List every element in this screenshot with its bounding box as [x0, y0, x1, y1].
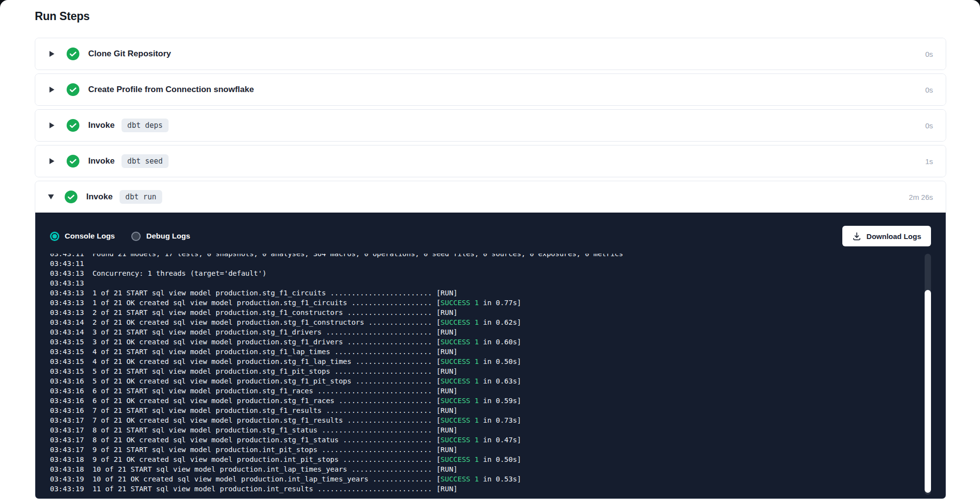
log-line: 03:43:14 3 of 21 START sql view model pr…	[50, 327, 931, 337]
run-step-dbt-deps: Invoke dbt deps 0s	[35, 109, 946, 142]
log-timestamp: 03:43:17	[50, 436, 84, 444]
caret-right-icon[interactable]	[49, 51, 54, 57]
log-timestamp: 03:43:13	[50, 279, 84, 287]
tab-console-logs[interactable]: Console Logs	[50, 232, 115, 241]
log-line: 03:43:13 1 of 21 OK created sql view mod…	[50, 298, 931, 308]
log-text: in 0.47s]	[479, 436, 521, 444]
run-step-header[interactable]: Clone Git Repository 0s	[35, 38, 946, 70]
caret-right-icon[interactable]	[49, 158, 54, 164]
log-scrollbar-thumb[interactable]	[925, 290, 931, 493]
log-line: 03:43:19 10 of 21 OK created sql view mo…	[50, 474, 931, 484]
log-line: 03:43:15 5 of 21 START sql view model pr…	[50, 366, 931, 376]
tab-debug-logs[interactable]: Debug Logs	[131, 232, 190, 241]
log-text: RUN]	[441, 289, 458, 297]
log-text: RUN]	[441, 387, 458, 395]
log-line: 03:43:16 5 of 21 OK created sql view mod…	[50, 376, 931, 386]
log-text: 2 of 21 START sql view model production.…	[84, 309, 441, 316]
log-lines: 03:43:11 Found 21 models, 17 tests, 0 sn…	[50, 254, 931, 494]
log-timestamp: 03:43:14	[50, 318, 84, 326]
run-steps-page: Run Steps Clone Git Repository 0s Create…	[0, 0, 980, 504]
run-step-header[interactable]: Invoke dbt run 2m 26s	[35, 181, 946, 213]
log-text: 6 of 21 START sql view model production.…	[84, 387, 441, 395]
run-step-header[interactable]: Invoke dbt seed 1s	[35, 145, 946, 177]
log-line: 03:43:17 8 of 21 START sql view model pr…	[50, 425, 931, 435]
log-timestamp: 03:43:13	[50, 269, 84, 277]
caret-right-icon[interactable]	[49, 87, 54, 93]
log-text: 7 of 21 START sql view model production.…	[84, 407, 441, 414]
log-text: in 0.77s]	[479, 299, 521, 307]
log-text: RUN]	[441, 465, 458, 473]
log-line: 03:43:18 10 of 21 START sql view model p…	[50, 464, 931, 474]
download-logs-label: Download Logs	[866, 232, 921, 240]
log-text: in 0.53s]	[479, 475, 521, 483]
log-status-success: SUCCESS 1	[441, 299, 479, 307]
check-circle-icon	[67, 83, 79, 96]
log-text: 1 of 21 START sql view model production.…	[84, 289, 441, 297]
log-text: 3 of 21 START sql view model production.…	[84, 328, 441, 336]
log-text: in 0.60s]	[479, 338, 521, 346]
log-text: 9 of 21 OK created sql view model produc…	[84, 456, 441, 463]
log-text: 8 of 21 OK created sql view model produc…	[84, 436, 441, 444]
log-timestamp: 03:43:18	[50, 456, 84, 463]
log-line: 03:43:19 11 of 21 START sql view model p…	[50, 484, 931, 494]
log-text: in 0.50s]	[479, 358, 521, 365]
log-line: 03:43:11 Found 21 models, 17 tests, 0 sn…	[50, 254, 931, 259]
log-line: 03:43:16 7 of 21 START sql view model pr…	[50, 406, 931, 415]
log-text: RUN]	[441, 485, 458, 493]
log-line: 03:43:17 8 of 21 OK created sql view mod…	[50, 435, 931, 445]
log-text: in 0.63s]	[479, 377, 521, 385]
step-label: Clone Git Repository	[88, 49, 171, 59]
run-step-header[interactable]: Invoke dbt deps 0s	[35, 110, 946, 141]
log-status-success: SUCCESS 1	[441, 377, 479, 385]
run-step-clone-git: Clone Git Repository 0s	[35, 38, 946, 70]
console-log-output[interactable]: 03:43:11 Found 21 models, 17 tests, 0 sn…	[50, 254, 931, 495]
log-text: RUN]	[441, 328, 458, 336]
radio-unselected-icon[interactable]	[131, 232, 141, 241]
log-text: Concurrency: 1 threads (target='default'…	[84, 269, 267, 277]
step-label: Invoke	[88, 156, 115, 166]
log-status-success: SUCCESS 1	[441, 397, 479, 405]
log-timestamp: 03:43:18	[50, 465, 84, 473]
log-timestamp: 03:43:16	[50, 387, 84, 395]
log-timestamp: 03:43:15	[50, 338, 84, 346]
step-duration: 0s	[925, 50, 933, 58]
log-timestamp: 03:43:11	[50, 260, 84, 267]
log-timestamp: 03:43:13	[50, 299, 84, 307]
log-timestamp: 03:43:15	[50, 348, 84, 356]
step-duration: 1s	[925, 157, 933, 166]
log-timestamp: 03:43:19	[50, 485, 84, 493]
log-status-success: SUCCESS 1	[441, 318, 479, 326]
log-text: 4 of 21 START sql view model production.…	[84, 348, 441, 356]
log-timestamp: 03:43:16	[50, 377, 84, 385]
log-timestamp: 03:43:13	[50, 289, 84, 297]
log-timestamp: 03:43:15	[50, 367, 84, 375]
run-step-dbt-run: Invoke dbt run 2m 26s Console Logs Debug…	[35, 181, 946, 499]
log-text: 7 of 21 OK created sql view model produc…	[84, 416, 441, 424]
log-timestamp: 03:43:13	[50, 309, 84, 316]
log-panel: Console Logs Debug Logs Download Logs	[35, 213, 946, 499]
log-line: 03:43:15 3 of 21 OK created sql view mod…	[50, 337, 931, 347]
log-line: 03:43:16 6 of 21 START sql view model pr…	[50, 386, 931, 396]
step-command-chip: dbt run	[120, 190, 162, 204]
log-timestamp: 03:43:17	[50, 416, 84, 424]
log-text: 11 of 21 START sql view model production…	[84, 485, 441, 493]
log-timestamp: 03:43:11	[50, 254, 84, 258]
log-timestamp: 03:43:16	[50, 397, 84, 405]
page-title: Run Steps	[35, 10, 980, 23]
download-logs-button[interactable]: Download Logs	[842, 226, 931, 246]
log-line: 03:43:13 2 of 21 START sql view model pr…	[50, 308, 931, 317]
caret-down-icon[interactable]	[48, 194, 54, 199]
log-text: 10 of 21 OK created sql view model produ…	[84, 475, 441, 483]
debug-logs-label[interactable]: Debug Logs	[146, 232, 190, 240]
log-status-success: SUCCESS 1	[441, 456, 479, 463]
log-text: Found 21 models, 17 tests, 0 snapshots, …	[84, 254, 623, 258]
log-text: 2 of 21 OK created sql view model produc…	[84, 318, 441, 326]
run-steps-list: Clone Git Repository 0s Create Profile f…	[35, 38, 980, 499]
log-timestamp: 03:43:15	[50, 358, 84, 365]
run-step-header[interactable]: Create Profile from Connection snowflake…	[35, 74, 946, 105]
radio-selected-icon[interactable]	[50, 232, 59, 241]
log-scrollbar-track[interactable]	[925, 254, 931, 495]
console-logs-label[interactable]: Console Logs	[65, 232, 115, 240]
check-circle-icon	[67, 48, 79, 60]
caret-right-icon[interactable]	[49, 122, 54, 128]
